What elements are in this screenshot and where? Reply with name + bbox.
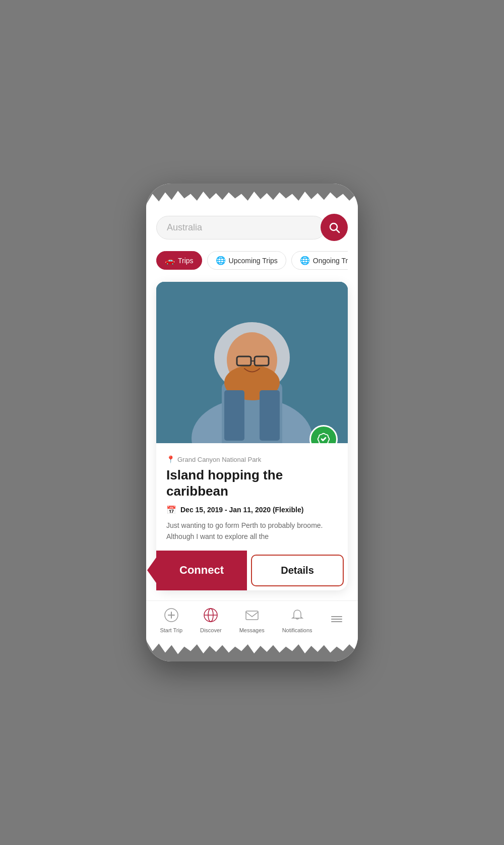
torn-top-decoration: [146, 184, 358, 204]
bottom-navigation: Start Trip Discover Messages: [146, 600, 358, 641]
date-text: Dec 15, 2019 - Jan 11, 2020 (Flexible): [180, 506, 303, 514]
checkmark-icon: [316, 432, 331, 443]
discover-label: Discover: [200, 627, 222, 633]
nav-start-trip[interactable]: Start Trip: [160, 608, 182, 633]
notifications-label: Notifications: [282, 627, 312, 633]
calendar-icon: 📅: [166, 505, 176, 515]
search-icon: [328, 221, 340, 233]
connect-button[interactable]: Connect: [169, 555, 234, 586]
tab-ongoing-label: Ongoing Trips: [313, 257, 348, 265]
card-actions: Connect Details: [156, 551, 348, 590]
menu-icon: [330, 612, 344, 629]
svg-line-1: [337, 230, 340, 233]
search-bar: [156, 214, 348, 241]
start-trip-label: Start Trip: [160, 627, 182, 633]
tab-trips[interactable]: 🚗 Trips: [156, 251, 202, 270]
filter-tabs: 🚗 Trips 🌐 Upcoming Trips 🌐 Ongoing Trips…: [156, 251, 348, 272]
messages-label: Messages: [239, 627, 265, 633]
messages-icon: [245, 608, 259, 625]
svg-rect-12: [224, 390, 244, 441]
card-body: 📍 Grand Canyon National Park Island hopp…: [156, 443, 348, 550]
search-input-wrapper: [156, 216, 326, 239]
date-row: 📅 Dec 15, 2019 - Jan 11, 2020 (Flexible): [166, 505, 338, 515]
details-button[interactable]: Details: [251, 555, 344, 586]
card-image-bg: [156, 282, 348, 443]
nav-menu[interactable]: [330, 612, 344, 629]
nav-notifications[interactable]: Notifications: [282, 608, 312, 633]
discover-icon: [204, 608, 218, 625]
phone-content: 🚗 Trips 🌐 Upcoming Trips 🌐 Ongoing Trips…: [146, 204, 358, 590]
location-row: 📍 Grand Canyon National Park: [166, 455, 338, 463]
trip-card: 📍 Grand Canyon National Park Island hopp…: [156, 282, 348, 590]
card-title: Island hopping the caribbean: [166, 467, 338, 499]
svg-rect-20: [246, 611, 258, 620]
globe-icon-ongoing: 🌐: [300, 256, 310, 265]
svg-rect-13: [260, 390, 280, 441]
connect-arrow-decoration: [147, 556, 157, 584]
card-image: [156, 282, 348, 443]
card-description: Just wanting to go form Perth to probabl…: [166, 520, 338, 542]
location-text: Grand Canyon National Park: [177, 456, 261, 463]
tab-upcoming-trips[interactable]: 🌐 Upcoming Trips: [207, 251, 286, 270]
phone-frame: 🚗 Trips 🌐 Upcoming Trips 🌐 Ongoing Trips…: [146, 184, 358, 661]
hero-illustration: [156, 282, 348, 443]
car-icon: 🚗: [165, 256, 175, 265]
tab-ongoing-trips[interactable]: 🌐 Ongoing Trips: [291, 251, 348, 270]
notifications-icon: [290, 608, 304, 625]
location-pin-icon: 📍: [166, 455, 175, 463]
start-trip-icon: [164, 608, 178, 625]
search-button[interactable]: [321, 214, 348, 241]
search-input[interactable]: [167, 222, 315, 233]
torn-bottom-decoration: [146, 641, 358, 661]
nav-messages[interactable]: Messages: [239, 608, 265, 633]
connect-wrapper[interactable]: Connect: [156, 551, 247, 590]
globe-icon-upcoming: 🌐: [216, 256, 226, 265]
nav-discover[interactable]: Discover: [200, 608, 222, 633]
tab-upcoming-label: Upcoming Trips: [229, 257, 278, 265]
tab-trips-label: Trips: [178, 257, 194, 265]
